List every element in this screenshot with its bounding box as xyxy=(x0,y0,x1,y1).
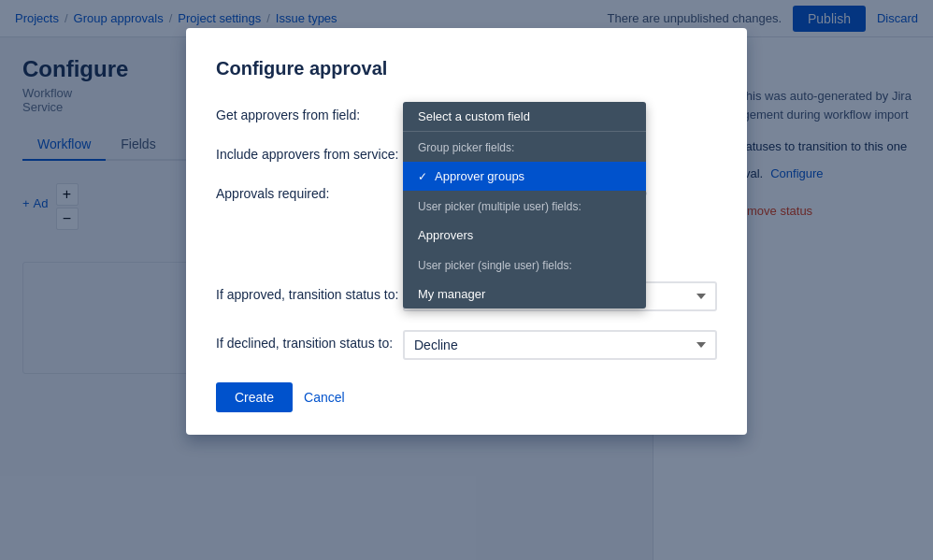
dropdown-group-picker-header: Group picker fields: xyxy=(403,132,646,162)
modal-title: Configure approval xyxy=(216,58,717,79)
modal-footer: Create Cancel xyxy=(216,382,717,412)
dropdown-select-custom[interactable]: Select a custom field xyxy=(403,102,646,132)
if-declined-label: If declined, transition status to: xyxy=(216,330,403,351)
approvers-dropdown-menu: Select a custom field Group picker field… xyxy=(403,102,646,309)
checkmark-icon: ✓ xyxy=(418,170,427,183)
dropdown-approver-groups[interactable]: ✓Approver groups xyxy=(403,162,646,191)
approver-groups-label: Approver groups xyxy=(435,169,524,183)
if-approved-label: If approved, transition status to: xyxy=(216,281,403,302)
configure-approval-modal: Configure approval Get approvers from fi… xyxy=(186,28,747,435)
include-service-label: Include approvers from service: xyxy=(216,141,403,162)
dropdown-approvers[interactable]: Approvers xyxy=(403,221,646,250)
if-declined-row: If declined, transition status to: Decli… xyxy=(216,330,717,360)
dropdown-my-manager[interactable]: My manager xyxy=(403,280,646,309)
dropdown-user-picker-single-header: User picker (single user) fields: xyxy=(403,250,646,280)
dropdown-user-picker-multi-header: User picker (multiple user) fields: xyxy=(403,191,646,221)
cancel-button[interactable]: Cancel xyxy=(304,390,345,405)
get-approvers-row: Get approvers from field: Select a custo… xyxy=(216,102,717,122)
approvals-required-label: Approvals required: xyxy=(216,180,403,201)
get-approvers-label: Get approvers from field: xyxy=(216,102,403,122)
create-button[interactable]: Create xyxy=(216,382,293,412)
if-declined-control: Decline Approve xyxy=(403,330,717,360)
modal-overlay: Configure approval Get approvers from fi… xyxy=(0,0,933,560)
if-declined-select[interactable]: Decline Approve xyxy=(403,330,717,360)
